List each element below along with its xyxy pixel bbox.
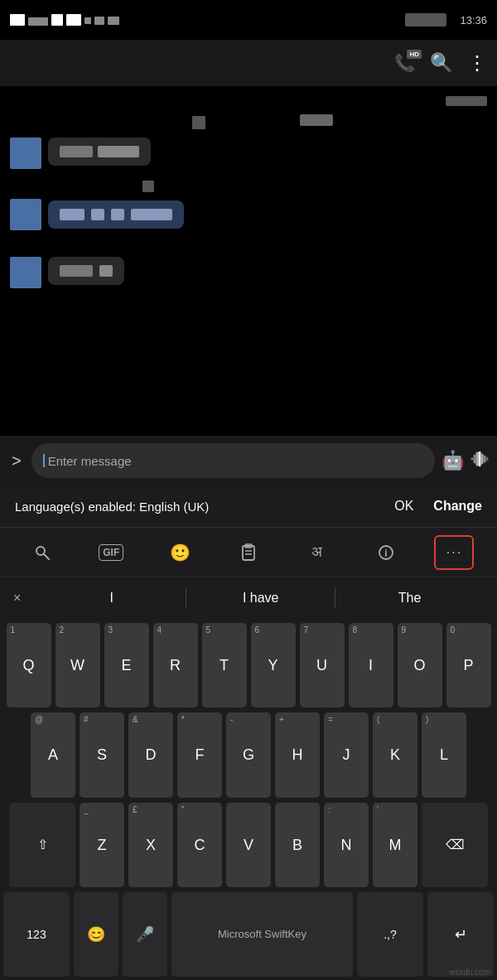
scatter-dot-1	[60, 181, 487, 192]
key-v[interactable]: V	[226, 803, 271, 887]
key-e[interactable]: 3 E	[104, 623, 149, 707]
keyboard-lang-button[interactable]: अ	[297, 535, 337, 570]
avatar-3	[10, 257, 41, 288]
suggestion-item-1[interactable]: I	[37, 587, 186, 609]
key-z[interactable]: _ Z	[80, 803, 124, 887]
expand-button[interactable]: >	[8, 448, 25, 474]
scatter-row	[10, 113, 487, 138]
more-icon[interactable]: ⋮	[467, 51, 487, 75]
keyboard-toolbar: GIF 🙂 अ i ···	[0, 527, 497, 577]
emoji-sticker-button[interactable]: 🤖	[442, 450, 464, 471]
key-row-2: @ A # S & D * F - G + H = J ( K	[3, 712, 494, 797]
change-button[interactable]: Change	[433, 499, 482, 514]
bubble-1	[48, 138, 151, 166]
voice-button[interactable]	[470, 451, 489, 471]
key-x[interactable]: £ X	[128, 803, 173, 887]
keyboard-search-button[interactable]	[22, 535, 62, 570]
key-m[interactable]: ' M	[373, 803, 417, 887]
status-icon-6	[94, 17, 104, 25]
keyboard-sticker-button[interactable]: 🙂	[160, 535, 200, 570]
key-p[interactable]: 0 P	[446, 623, 491, 707]
key-t[interactable]: 5 T	[202, 623, 247, 707]
numbers-key[interactable]: 123	[3, 892, 70, 977]
suggestions-row: × I I have The	[0, 577, 497, 618]
emoji-key[interactable]: 😊	[74, 892, 118, 977]
key-d[interactable]: & D	[128, 712, 173, 797]
message-input-wrap[interactable]: Enter message	[31, 443, 435, 478]
ok-button[interactable]: OK	[394, 499, 413, 514]
key-n[interactable]: : N	[324, 803, 369, 887]
message-input-placeholder[interactable]: Enter message	[48, 454, 423, 468]
status-left	[10, 14, 119, 26]
status-bar: 13:36	[0, 0, 497, 40]
message-row-2	[10, 199, 487, 230]
space-key[interactable]: Microsoft SwiftKey	[171, 892, 353, 977]
avatar-1	[10, 138, 41, 169]
status-icon-7	[108, 17, 119, 25]
phone-icon-wrap[interactable]: 📞 HD	[394, 53, 415, 73]
keyboard-info-button[interactable]: i	[366, 535, 406, 570]
key-i[interactable]: 8 I	[349, 623, 393, 707]
input-bar: > Enter message 🤖	[0, 436, 497, 485]
timestamp-blur	[405, 13, 446, 27]
status-icon-5	[84, 17, 91, 24]
gif-label: GIF	[99, 544, 123, 561]
scatter-row-2	[10, 240, 487, 257]
action-icons: 13:36	[405, 13, 487, 27]
keyboard-body: 1 Q 2 W 3 E 4 R 5 T 6 Y 7 U 8 I	[0, 618, 497, 980]
key-y[interactable]: 6 Y	[251, 623, 296, 707]
message-row-3	[10, 257, 487, 288]
action-bar: 📞 HD 🔍 ⋮	[0, 40, 497, 86]
punct-label: .,?	[384, 928, 397, 941]
message-row-1	[10, 138, 487, 169]
key-a[interactable]: @ A	[31, 712, 75, 797]
status-icon-1	[10, 14, 25, 26]
key-row-3: ⇧ _ Z £ X " C V B : N ' M ⌫	[3, 803, 494, 887]
key-b[interactable]: B	[275, 803, 320, 887]
space-label: Microsoft SwiftKey	[218, 928, 306, 940]
watermark: wsxdn.com	[449, 968, 490, 977]
language-bar: Language(s) enabled: English (UK) OK Cha…	[0, 485, 497, 527]
key-l[interactable]: ) L	[422, 712, 466, 797]
chat-timestamp	[446, 96, 487, 106]
key-h[interactable]: + H	[275, 712, 320, 797]
text-cursor	[43, 454, 45, 467]
more-dots-label: ···	[446, 545, 462, 560]
keyboard-gif-button[interactable]: GIF	[91, 535, 131, 570]
suggestion-close-button[interactable]: ×	[13, 591, 21, 606]
lang-label: अ	[311, 543, 322, 561]
key-w[interactable]: 2 W	[55, 623, 100, 707]
key-q[interactable]: 1 Q	[7, 623, 51, 707]
svg-line-8	[44, 554, 49, 559]
key-o[interactable]: 9 O	[398, 623, 442, 707]
key-k[interactable]: ( K	[373, 712, 417, 797]
backspace-key[interactable]: ⌫	[422, 803, 488, 887]
key-row-1: 1 Q 2 W 3 E 4 R 5 T 6 Y 7 U 8 I	[3, 623, 494, 707]
suggestion-item-2[interactable]: I have	[186, 587, 335, 609]
key-f[interactable]: * F	[177, 712, 222, 797]
language-text: Language(s) enabled: English (UK)	[15, 500, 209, 514]
mic-key[interactable]: 🎤	[123, 892, 167, 977]
key-u[interactable]: 7 U	[300, 623, 345, 707]
key-s[interactable]: # S	[80, 712, 124, 797]
key-j[interactable]: = J	[324, 712, 369, 797]
svg-text:i: i	[384, 548, 387, 559]
key-g[interactable]: - G	[226, 712, 271, 797]
avatar-2	[10, 199, 41, 230]
punct-key[interactable]: .,?	[357, 892, 423, 977]
keyboard-more-button[interactable]: ···	[434, 535, 474, 570]
num-label: 123	[27, 928, 46, 941]
suggestion-item-3[interactable]: The	[335, 587, 484, 609]
shift-key[interactable]: ⇧	[9, 803, 75, 887]
hd-badge: HD	[407, 50, 422, 59]
status-icon-4	[66, 14, 81, 26]
status-icon-2	[28, 17, 48, 26]
language-actions: OK Change	[394, 499, 482, 514]
status-icon-3	[51, 14, 63, 26]
return-key[interactable]: ↵	[427, 892, 494, 977]
key-c[interactable]: " C	[177, 803, 222, 887]
keyboard-clipboard-button[interactable]	[229, 535, 268, 570]
search-icon[interactable]: 🔍	[430, 52, 452, 74]
key-r[interactable]: 4 R	[153, 623, 198, 707]
timestamp: 13:36	[460, 14, 487, 27]
